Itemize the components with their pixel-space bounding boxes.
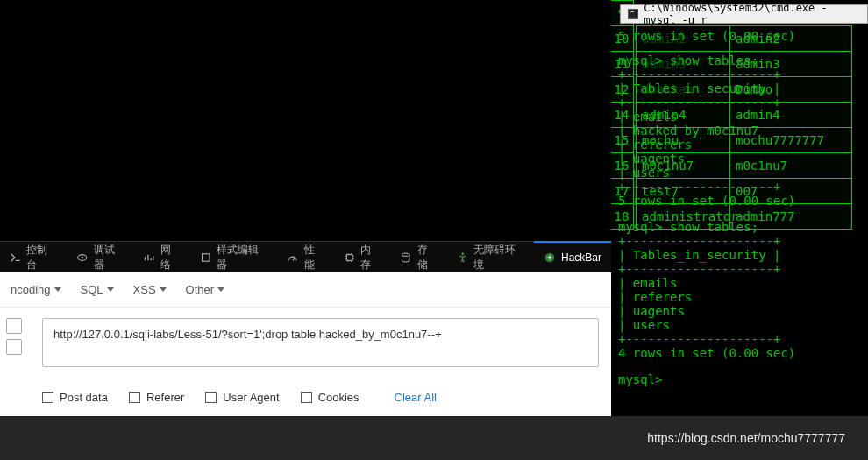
tab-label: 性能: [304, 243, 324, 272]
referer-checkbox[interactable]: Referer: [129, 391, 184, 404]
tab-memory[interactable]: 内存: [334, 242, 391, 272]
chk-label: Referer: [146, 391, 184, 404]
url-input[interactable]: http://127.0.0.1/sqli-labs/Less-51/?sort…: [42, 318, 599, 367]
tab-label: 调试器: [94, 243, 125, 272]
term-line: 5 rows in set (0.00 sec): [618, 29, 795, 43]
tab-label: 控制台: [26, 243, 57, 272]
useragent-checkbox[interactable]: User Agent: [205, 391, 279, 404]
term-line: | Tables_in_security |: [618, 81, 780, 96]
hackbar-icon: [544, 251, 556, 264]
svg-point-5: [461, 252, 464, 255]
dd-label: ncoding: [11, 283, 51, 296]
chk-label: Post data: [60, 391, 108, 404]
tab-performance[interactable]: 性能: [277, 242, 334, 272]
dd-label: Other: [186, 283, 215, 296]
checkbox-icon: [301, 392, 312, 403]
memory-icon: [344, 251, 355, 264]
svg-rect-3: [346, 254, 352, 260]
hackbar-options: Post data Referer User Agent Cookies Cle…: [0, 378, 611, 416]
tab-label: 无障碍环境: [473, 243, 524, 272]
tab-console[interactable]: 控制台: [0, 242, 67, 272]
chk-label: User Agent: [223, 391, 279, 404]
chevron-down-icon: [54, 287, 61, 292]
network-icon: [143, 251, 154, 264]
hackbar-toolbar: ncoding SQL XSS Other: [0, 272, 611, 308]
accessibility-icon: [457, 251, 468, 264]
term-line: +--------------------+: [618, 180, 780, 194]
term-cell: referers: [633, 138, 692, 152]
tab-network[interactable]: 网络: [133, 242, 190, 272]
tab-storage[interactable]: 存储: [390, 242, 447, 272]
xss-dropdown[interactable]: XSS: [133, 283, 167, 296]
tab-label: 样式编辑器: [217, 243, 267, 272]
checkbox-icon: [205, 392, 217, 403]
svg-rect-2: [202, 253, 209, 260]
term-cell: referers: [633, 290, 692, 304]
debugger-icon: [76, 251, 88, 264]
watermark-text: https://blog.csdn.net/mochu7777777: [647, 431, 845, 445]
encoding-dropdown[interactable]: ncoding: [11, 283, 61, 296]
term-cell: uagents: [633, 152, 685, 166]
checkbox-icon: [129, 392, 140, 403]
clear-all-link[interactable]: Clear All: [395, 391, 437, 404]
term-cell: users: [633, 166, 670, 180]
hackbar-editor: http://127.0.0.1/sqli-labs/Less-51/?sort…: [0, 308, 611, 378]
term-line: | Tables_in_security |: [618, 248, 780, 262]
term-prompt: mysql>: [618, 372, 663, 386]
sql-dropdown[interactable]: SQL: [81, 283, 114, 296]
styles-icon: [200, 251, 211, 264]
term-line: +--------------------+: [618, 262, 780, 276]
cookies-checkbox[interactable]: Cookies: [301, 391, 359, 404]
line-status-box: [6, 318, 22, 334]
dd-label: XSS: [133, 283, 156, 296]
watermark-bar: https://blog.csdn.net/mochu7777777: [0, 416, 868, 460]
chevron-down-icon: [160, 287, 167, 292]
tab-debugger[interactable]: 调试器: [67, 242, 133, 272]
term-cell: hacked_by_m0c1nu7: [633, 124, 758, 138]
terminal-window: 9 10 11 12 14 15 16 17 18 admin2 admin2 …: [611, 0, 868, 460]
term-line: mysql> show tables;: [618, 220, 758, 234]
term-line: 4 rows in set (0.00 sec): [618, 346, 795, 360]
term-line: +--------------------+: [618, 96, 780, 110]
tab-label: 存储: [417, 243, 438, 272]
chevron-down-icon: [217, 287, 224, 292]
term-cell: emails: [633, 276, 678, 290]
tab-styles[interactable]: 样式编辑器: [190, 242, 277, 272]
svg-point-1: [82, 256, 84, 258]
tab-accessibility[interactable]: 无障碍环境: [447, 242, 534, 272]
tab-label: 网络: [160, 243, 181, 272]
line-status-box: [6, 339, 22, 355]
svg-point-4: [402, 252, 409, 255]
storage-icon: [400, 251, 411, 264]
chevron-down-icon: [107, 287, 114, 292]
console-icon: [10, 251, 21, 264]
tab-hackbar[interactable]: HackBar: [534, 241, 611, 272]
dd-label: SQL: [81, 283, 103, 296]
tab-label: HackBar: [561, 251, 601, 264]
chk-label: Cookies: [318, 391, 359, 404]
term-cell: users: [633, 318, 670, 332]
devtools-tabs: 控制台 调试器 网络 样式编辑器 性能 内存 存储 无障碍环境 HackBar: [0, 241, 611, 272]
term-line: 5 rows in set (0.00 sec): [618, 194, 795, 208]
browser-viewport: [0, 0, 611, 241]
term-line: +--------------------+: [618, 332, 780, 346]
term-line: +--------------------+: [618, 67, 780, 81]
performance-icon: [287, 251, 298, 264]
term-cell: uagents: [633, 304, 685, 318]
postdata-checkbox[interactable]: Post data: [42, 391, 108, 404]
checkbox-icon: [42, 392, 53, 403]
tab-label: 内存: [360, 243, 381, 272]
terminal-body[interactable]: 5 rows in set (0.00 sec) mysql> show tab…: [618, 0, 868, 350]
term-line: mysql> show tables;: [618, 53, 758, 67]
other-dropdown[interactable]: Other: [186, 283, 225, 296]
term-line: +--------------------+: [618, 234, 780, 248]
term-cell: emails: [633, 110, 678, 124]
